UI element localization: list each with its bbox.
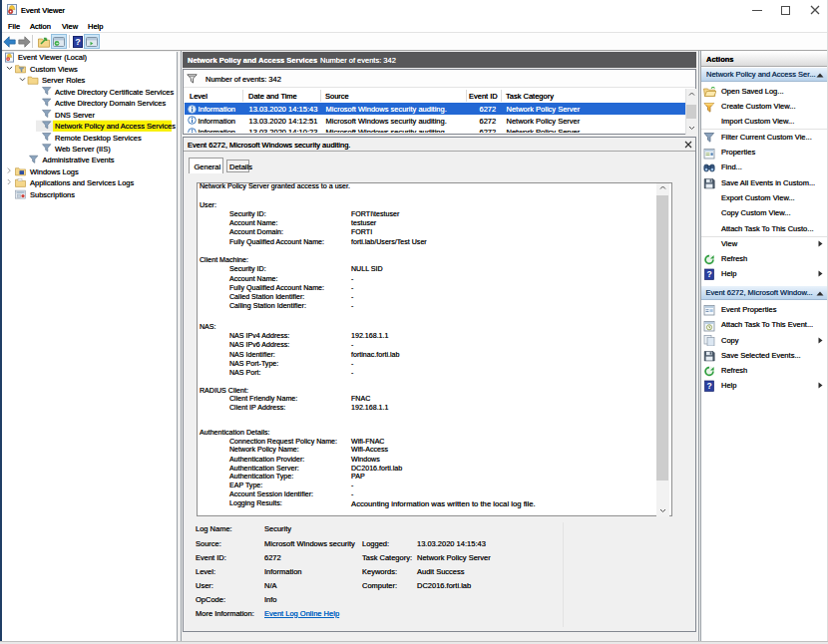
svg-text:?: ? — [75, 37, 81, 47]
